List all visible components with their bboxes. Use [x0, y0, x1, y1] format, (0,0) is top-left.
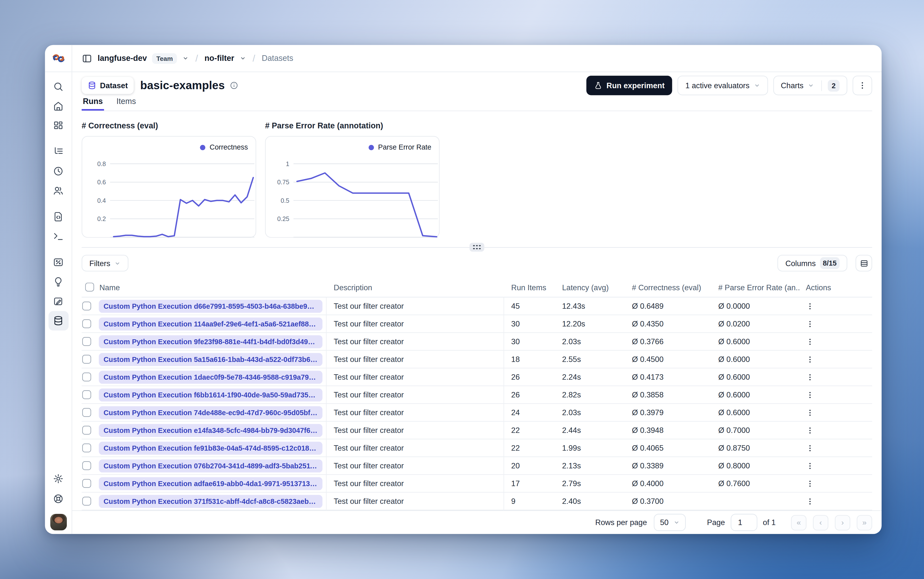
user-avatar[interactable]: [50, 514, 67, 530]
row-checkbox[interactable]: [82, 497, 91, 505]
tracing-icon: [53, 146, 64, 157]
chevron-down-icon: [808, 82, 814, 89]
row-actions-menu[interactable]: [806, 337, 814, 346]
run-name-link[interactable]: Custom Python Execution fe91b83e-04a5-47…: [99, 442, 323, 455]
row-checkbox[interactable]: [82, 479, 91, 488]
project-chevron-down-icon[interactable]: [240, 55, 246, 61]
sidebar-item-sessions[interactable]: [48, 161, 69, 181]
column-header-name[interactable]: Name: [96, 283, 327, 292]
run-name-link[interactable]: Custom Python Execution 5a15a616-1bab-44…: [99, 353, 323, 366]
sidebar-item-annotation[interactable]: [48, 291, 69, 311]
active-evaluators-dropdown[interactable]: 1 active evaluators: [678, 76, 768, 95]
row-checkbox[interactable]: [82, 337, 91, 346]
sidebar-item-search[interactable]: [48, 77, 69, 96]
row-checkbox[interactable]: [82, 355, 91, 364]
parse-error-value: Ø 0.0000: [711, 302, 800, 311]
sidebar-item-settings[interactable]: [48, 469, 69, 488]
project-name[interactable]: no-filter: [205, 54, 234, 62]
sidebar-toggle-button[interactable]: [82, 53, 92, 64]
run-experiment-button[interactable]: Run experiment: [587, 76, 673, 95]
row-checkbox[interactable]: [82, 390, 91, 399]
legend-label: Parse Error Rate: [378, 143, 431, 152]
chart-legend: Correctness: [200, 143, 248, 152]
column-header-latency[interactable]: Latency (avg): [555, 283, 625, 292]
column-header-correctness[interactable]: # Correctness (eval): [625, 283, 711, 292]
tab-runs[interactable]: Runs: [82, 97, 104, 111]
select-all-checkbox[interactable]: [85, 282, 94, 291]
correctness-value: Ø 0.3700: [625, 497, 711, 505]
rows-per-page-select[interactable]: 50: [654, 514, 686, 531]
parse-error-value: Ø 0.7000: [711, 426, 800, 435]
run-name-link[interactable]: Custom Python Execution e14fa348-5cfc-49…: [99, 424, 323, 437]
section-name[interactable]: Datasets: [262, 54, 293, 62]
sidebar-item-support[interactable]: [48, 489, 69, 509]
column-header-description[interactable]: Description: [327, 283, 504, 292]
org-chevron-down-icon[interactable]: [182, 55, 189, 61]
desktop-background: langfuse-dev Team / no-filter / Datasets: [0, 0, 924, 579]
langfuse-logo[interactable]: [45, 45, 72, 72]
sidebar-item-tracing[interactable]: [48, 142, 69, 161]
row-actions-menu[interactable]: [806, 408, 814, 417]
row-checkbox[interactable]: [82, 408, 91, 417]
svg-text:0.75: 0.75: [277, 178, 290, 185]
row-actions-menu[interactable]: [806, 391, 814, 399]
parse-error-value: Ø 0.6000: [711, 355, 800, 364]
row-actions-menu[interactable]: [806, 461, 814, 470]
resize-grip-handle[interactable]: [469, 243, 484, 252]
row-checkbox[interactable]: [82, 461, 91, 470]
row-checkbox[interactable]: [82, 302, 91, 311]
kebab-icon: [806, 302, 814, 310]
prev-page-button[interactable]: ‹: [813, 515, 828, 530]
sidebar-item-home[interactable]: [48, 96, 69, 116]
row-actions-menu[interactable]: [806, 479, 814, 487]
sidebar-item-insights[interactable]: [48, 272, 69, 291]
row-actions-menu[interactable]: [806, 319, 814, 328]
row-checkbox[interactable]: [82, 373, 91, 381]
run-name-link[interactable]: Custom Python Execution 9fe23f98-881e-44…: [99, 335, 323, 348]
row-height-button[interactable]: [855, 255, 872, 271]
column-header-run-items[interactable]: Run Items: [504, 283, 555, 292]
tab-items[interactable]: Items: [115, 97, 137, 111]
run-name-link[interactable]: Custom Python Execution 1daec0f9-5e78-43…: [99, 371, 323, 384]
run-name-link[interactable]: Custom Python Execution 076b2704-341d-48…: [99, 459, 323, 472]
row-actions-menu[interactable]: [806, 355, 814, 363]
row-checkbox[interactable]: [82, 319, 91, 328]
row-actions-menu[interactable]: [806, 373, 814, 381]
column-header-actions: Actions: [800, 283, 872, 292]
latency-value: 12.43s: [555, 302, 625, 311]
run-description: Test our filter creator: [327, 457, 504, 474]
run-name-link[interactable]: Custom Python Execution 371f531c-abff-4d…: [99, 495, 323, 508]
last-page-button[interactable]: »: [857, 515, 872, 530]
row-actions-menu[interactable]: [806, 426, 814, 434]
row-checkbox[interactable]: [82, 443, 91, 452]
columns-button[interactable]: Columns 8/15: [778, 255, 847, 271]
row-actions-menu[interactable]: [806, 302, 814, 310]
run-name-link[interactable]: Custom Python Execution d66e7991-8595-45…: [99, 299, 323, 312]
sidebar-item-evaluation[interactable]: [48, 252, 69, 272]
run-description: Test our filter creator: [327, 315, 504, 332]
filters-button[interactable]: Filters: [82, 255, 129, 271]
sidebar-item-dashboards[interactable]: [48, 116, 69, 135]
correctness-value: Ø 0.4500: [625, 355, 711, 364]
header-more-actions-button[interactable]: [852, 76, 872, 95]
org-name[interactable]: langfuse-dev: [98, 54, 147, 62]
next-page-button[interactable]: ›: [835, 515, 850, 530]
sidebar-item-prompts[interactable]: [48, 207, 69, 226]
row-actions-menu[interactable]: [806, 444, 814, 452]
info-icon[interactable]: [229, 81, 238, 90]
run-name-link[interactable]: Custom Python Execution 114aa9ef-29e6-4e…: [99, 317, 323, 330]
page-number-input[interactable]: [731, 514, 758, 531]
sidebar-item-playground[interactable]: [48, 226, 69, 246]
latency-value: 2.13s: [555, 461, 625, 470]
sidebar-item-users[interactable]: [48, 181, 69, 200]
sidebar-item-datasets[interactable]: [48, 311, 69, 330]
run-name-link[interactable]: Custom Python Execution adfae619-abb0-4d…: [99, 477, 323, 490]
column-header-parse-error[interactable]: # Parse Error Rate (an...: [711, 283, 800, 292]
run-name-link[interactable]: Custom Python Execution f6bb1614-1f90-40…: [99, 388, 323, 401]
first-page-button[interactable]: «: [791, 515, 806, 530]
row-actions-menu[interactable]: [806, 497, 814, 505]
kebab-icon: [806, 373, 814, 381]
charts-dropdown[interactable]: Charts 2: [773, 76, 847, 95]
run-name-link[interactable]: Custom Python Execution 74de488e-ec9d-47…: [99, 406, 323, 419]
row-checkbox[interactable]: [82, 426, 91, 435]
